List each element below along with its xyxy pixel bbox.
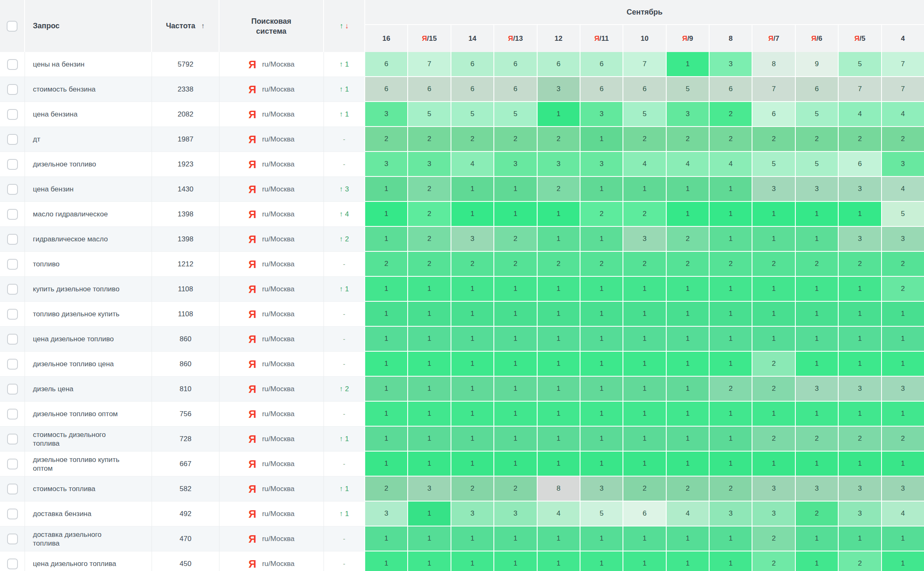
position-value: 2 (729, 110, 732, 118)
date-column-header[interactable]: Я/7 (752, 25, 794, 52)
date-column-header[interactable]: Я/6 (796, 25, 838, 52)
yandex-icon: Я (249, 234, 257, 245)
date-column-header[interactable]: 8 (710, 25, 752, 52)
query-cell[interactable]: купить дизельное топливо (25, 277, 152, 302)
row-checkbox[interactable] (7, 484, 18, 494)
position-cell: 1 (538, 102, 580, 126)
row-checkbox[interactable] (7, 559, 18, 569)
column-header-query[interactable]: Запрос (25, 0, 152, 52)
row-checkbox-cell (0, 377, 25, 402)
date-column-header[interactable]: Я/13 (494, 25, 536, 52)
position-value: 1 (384, 360, 388, 368)
date-label: /13 (513, 35, 523, 43)
position-value: 1 (556, 360, 560, 368)
query-cell[interactable]: топливо (25, 252, 152, 277)
position-cell: 1 (710, 302, 752, 326)
position-value: 1 (901, 410, 905, 418)
yandex-icon: Я (249, 334, 257, 345)
row-checkbox[interactable] (7, 209, 18, 220)
date-column-header[interactable]: Я/15 (408, 25, 450, 52)
row-checkbox[interactable] (7, 534, 18, 544)
query-cell[interactable]: доставка дизельного топлива (25, 526, 152, 551)
query-cell[interactable]: цена дизельного топлива (25, 551, 152, 571)
row-checkbox[interactable] (7, 59, 18, 70)
query-cell[interactable]: дизельное топливо (25, 152, 152, 177)
row-checkbox[interactable] (7, 509, 18, 519)
position-value: 7 (858, 85, 862, 93)
row-checkbox[interactable] (7, 259, 18, 270)
query-cell[interactable]: дизельное топливо цена (25, 352, 152, 377)
query-cell[interactable]: стоимость дизельного топлива (25, 427, 152, 452)
date-column-header[interactable]: 4 (882, 25, 924, 52)
frequency-value: 1398 (178, 210, 194, 218)
position-cell: 1 (494, 526, 536, 551)
date-column-header[interactable]: 16 (365, 25, 407, 52)
row-checkbox[interactable] (7, 334, 18, 345)
change-value: 1 (345, 60, 349, 69)
table-row: дизельное топливо оптом 756 Я ru/Москва … (0, 402, 924, 427)
query-cell[interactable]: стоимость бензина (25, 77, 152, 102)
row-checkbox[interactable] (7, 284, 18, 295)
row-checkbox[interactable] (7, 109, 18, 120)
query-cell[interactable]: цена бензин (25, 177, 152, 202)
position-value: 3 (556, 160, 560, 168)
position-cell: 1 (839, 452, 881, 476)
position-cell: 1 (796, 227, 838, 251)
table-row: дизель цена 810 Я ru/Москва ↑2 111111112… (0, 377, 924, 402)
query-cell[interactable]: цены на бензин (25, 52, 152, 77)
position-value: 3 (686, 110, 690, 118)
query-cell[interactable]: дт (25, 127, 152, 152)
query-cell[interactable]: доставка бензина (25, 501, 152, 526)
date-column-header[interactable]: Я/5 (839, 25, 881, 52)
row-checkbox[interactable] (7, 234, 18, 245)
query-cell[interactable]: масло гидравлическое (25, 202, 152, 227)
query-cell[interactable]: дизельное топливо купить оптом (25, 452, 152, 477)
query-cell[interactable]: цена бензина (25, 102, 152, 127)
select-all-checkbox[interactable] (7, 21, 17, 32)
date-column-header[interactable]: 14 (451, 25, 493, 52)
row-checkbox[interactable] (7, 434, 18, 444)
date-column-header[interactable]: Я/11 (580, 25, 623, 52)
row-checkbox[interactable] (7, 359, 18, 370)
position-cell: 1 (882, 402, 924, 426)
row-checkbox[interactable] (7, 159, 18, 170)
row-checkbox[interactable] (7, 184, 18, 195)
position-cell: 6 (796, 77, 838, 101)
row-checkbox[interactable] (7, 384, 18, 395)
position-value: 1 (600, 559, 603, 568)
position-value: 2 (643, 484, 646, 493)
row-checkbox-cell (0, 277, 25, 302)
date-column-header[interactable]: Я/9 (667, 25, 709, 52)
sort-asc-icon[interactable]: ↑ (201, 22, 205, 30)
date-column-header[interactable]: 10 (623, 25, 665, 52)
position-cell: 1 (752, 227, 794, 251)
position-cell: 1 (494, 327, 536, 351)
position-cell: 1 (710, 352, 752, 376)
column-header-frequency[interactable]: Частота ↑ (152, 0, 219, 52)
down-arrow-icon: ↓ (345, 22, 349, 30)
query-cell[interactable]: топливо дизельное купить (25, 302, 152, 327)
row-checkbox[interactable] (7, 409, 18, 420)
position-value: 1 (556, 459, 560, 468)
column-header-change[interactable]: ↑ ↓ (324, 0, 365, 52)
position-cell: 2 (752, 377, 794, 401)
query-cell[interactable]: гидравлическое масло (25, 227, 152, 252)
column-header-engine[interactable]: Поисковая система (219, 0, 324, 52)
row-checkbox[interactable] (7, 459, 18, 469)
position-cell: 6 (494, 52, 536, 76)
row-checkbox[interactable] (7, 84, 18, 95)
date-column-header[interactable]: 12 (538, 25, 580, 52)
query-cell[interactable]: цена дизельное топливо (25, 327, 152, 352)
position-value: 1 (729, 310, 732, 318)
query-cell[interactable]: дизельное топливо оптом (25, 402, 152, 427)
position-value: 1 (600, 410, 603, 418)
row-checkbox[interactable] (7, 309, 18, 320)
position-cell: 1 (796, 452, 838, 476)
position-value: 6 (815, 85, 819, 93)
query-cell[interactable]: стоимость топлива (25, 477, 152, 501)
position-cell: 1 (623, 302, 665, 326)
row-checkbox[interactable] (7, 134, 18, 145)
position-cell: 4 (882, 501, 924, 526)
position-value: 2 (686, 235, 690, 243)
query-cell[interactable]: дизель цена (25, 377, 152, 402)
